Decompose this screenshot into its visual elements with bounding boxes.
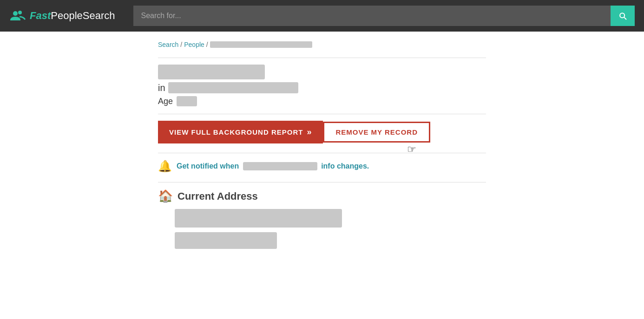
age-redacted xyxy=(177,96,197,106)
buttons-row: VIEW FULL BACKGROUND REPORT » REMOVE MY … xyxy=(158,121,486,143)
notify-text: Get notified when info changes. xyxy=(177,162,369,171)
search-input[interactable] xyxy=(133,6,611,26)
divider-1 xyxy=(158,58,486,58)
breadcrumb: Search / People / xyxy=(158,41,486,48)
breadcrumb-people[interactable]: People xyxy=(184,41,204,48)
svg-point-1 xyxy=(18,11,22,14)
address-line-1-redacted xyxy=(175,209,342,228)
main-content: Search / People / in Age VIEW FULL BACKG… xyxy=(0,32,644,267)
divider-4 xyxy=(158,182,486,182)
age-label: Age xyxy=(158,97,173,106)
location-line: in xyxy=(158,82,486,93)
view-background-button[interactable]: VIEW FULL BACKGROUND REPORT » xyxy=(158,121,323,143)
location-redacted xyxy=(168,82,298,93)
address-section-title: Current Address xyxy=(177,190,258,202)
address-section-header: 🏠 Current Address xyxy=(158,189,486,203)
person-name-block xyxy=(158,65,486,79)
logo-icon xyxy=(9,7,26,24)
logo-text: FastPeopleSearch xyxy=(30,10,115,22)
site-logo: FastPeopleSearch xyxy=(9,7,115,24)
notify-row: 🔔 Get notified when info changes. xyxy=(158,160,486,173)
cursor-icon: ☞ xyxy=(407,143,416,156)
remove-button-container: REMOVE MY RECORD ☞ xyxy=(323,122,430,143)
address-line-2-redacted xyxy=(175,232,277,249)
house-icon: 🏠 xyxy=(158,189,173,203)
breadcrumb-search[interactable]: Search xyxy=(158,41,178,48)
divider-3 xyxy=(158,153,486,153)
search-button[interactable] xyxy=(611,6,635,26)
site-header: FastPeopleSearch xyxy=(0,0,644,32)
breadcrumb-name-redacted xyxy=(210,41,312,48)
remove-record-button[interactable]: REMOVE MY RECORD xyxy=(323,122,430,143)
svg-point-0 xyxy=(13,11,18,16)
notify-name-redacted xyxy=(243,162,317,170)
search-bar xyxy=(133,6,635,26)
divider-2 xyxy=(158,114,486,114)
age-line: Age xyxy=(158,96,486,106)
breadcrumb-sep-1: / xyxy=(180,41,182,48)
search-icon xyxy=(618,11,627,20)
bell-icon: 🔔 xyxy=(158,160,172,173)
person-name-redacted xyxy=(158,65,265,79)
in-label: in xyxy=(158,83,165,93)
breadcrumb-sep-2: / xyxy=(206,41,208,48)
